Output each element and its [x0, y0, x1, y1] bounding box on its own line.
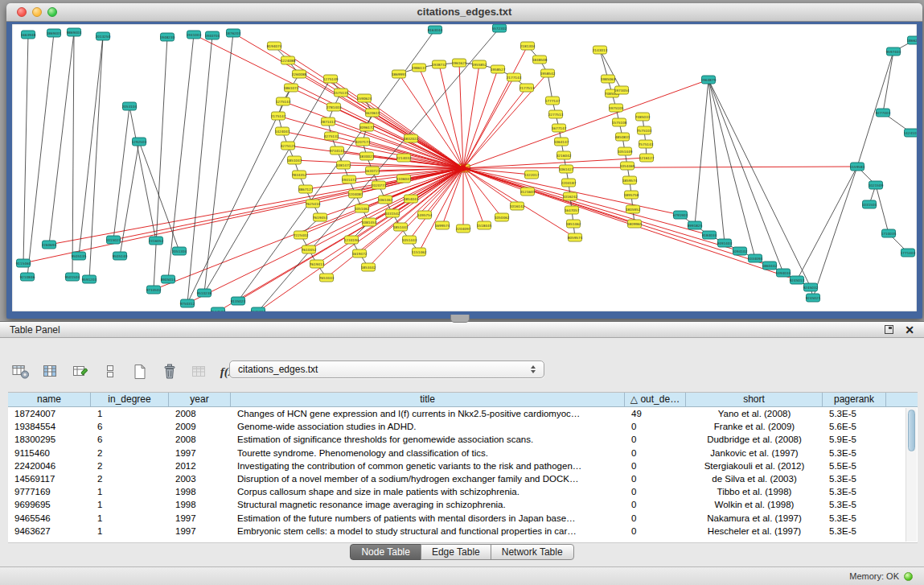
- table-row[interactable]: 1456911722003Disruption of a novel membe…: [8, 472, 918, 485]
- graph-node[interactable]: 9245012: [251, 307, 266, 311]
- graph-node[interactable]: 1647057: [565, 206, 580, 214]
- graph-node[interactable]: 1961625: [452, 59, 467, 67]
- graph-node[interactable]: 1955852: [472, 60, 487, 68]
- tab-node-table[interactable]: Node Table: [350, 544, 421, 560]
- graph-edge[interactable]: [113, 106, 129, 240]
- graph-node[interactable]: 1064147: [554, 138, 569, 146]
- graph-node[interactable]: 1094102: [733, 247, 748, 255]
- graph-node[interactable]: 1051449: [618, 147, 633, 155]
- graph-node[interactable]: 1699574: [435, 221, 450, 229]
- graph-node[interactable]: 1771403: [901, 249, 916, 257]
- graph-node[interactable]: 7485033: [635, 113, 651, 121]
- graph-edge-selected[interactable]: [309, 168, 463, 249]
- graph-node[interactable]: 9184034: [702, 231, 717, 239]
- graph-node[interactable]: 8905014: [161, 275, 176, 283]
- graph-node[interactable]: 7524503: [211, 307, 226, 311]
- table-vertical-scrollbar[interactable]: [906, 408, 917, 542]
- graph-edge[interactable]: [883, 51, 893, 113]
- graph-node[interactable]: 4275125: [281, 142, 296, 150]
- graph-node[interactable]: 1275143: [276, 97, 291, 105]
- graph-node[interactable]: 1985063: [601, 75, 616, 83]
- close-panel-icon[interactable]: ✕: [905, 323, 914, 337]
- graph-node[interactable]: 1424103: [904, 129, 917, 137]
- graph-edge-selected[interactable]: [233, 33, 463, 168]
- graph-node[interactable]: 9245032: [803, 283, 819, 291]
- graph-node[interactable]: 1495754: [417, 211, 433, 219]
- graph-node[interactable]: 9277403: [876, 109, 891, 117]
- graph-edge-selected[interactable]: [463, 168, 740, 251]
- table-row[interactable]: 946554611997Estimation of the future num…: [8, 512, 918, 525]
- graph-node[interactable]: 1630721: [365, 167, 380, 175]
- column-header-out_de[interactable]: △ out_de…: [625, 393, 686, 406]
- graph-node[interactable]: 2013250: [96, 32, 111, 40]
- graph-node[interactable]: 1848508: [532, 56, 548, 64]
- graph-node[interactable]: 1876203: [226, 29, 241, 37]
- graph-node[interactable]: 2053104: [122, 102, 138, 110]
- graph-node[interactable]: 1620615: [365, 109, 380, 117]
- graph-edge-selected[interactable]: [463, 88, 527, 168]
- graph-node[interactable]: 1948230: [160, 33, 175, 41]
- close-window-button[interactable]: [17, 7, 27, 17]
- graph-edge[interactable]: [79, 36, 103, 256]
- graph-node[interactable]: 2204187: [561, 179, 577, 187]
- graph-node[interactable]: 9597403: [886, 47, 901, 56]
- graph-node[interactable]: 2177513: [519, 84, 535, 92]
- graph-node[interactable]: 9505135: [72, 252, 87, 260]
- graph-node[interactable]: 2781403: [326, 103, 342, 111]
- zoom-window-button[interactable]: [47, 7, 57, 17]
- column-header-title[interactable]: title: [231, 393, 625, 406]
- show-columns-icon[interactable]: [41, 361, 60, 382]
- graph-node[interactable]: 1061467: [378, 196, 393, 204]
- graph-edge-selected[interactable]: [463, 167, 857, 168]
- graph-edge-selected[interactable]: [194, 35, 463, 168]
- graph-node[interactable]: 1021509: [869, 181, 884, 189]
- graph-node[interactable]: 9245013: [790, 276, 805, 284]
- graph-node[interactable]: 1853442: [361, 263, 376, 271]
- graph-node[interactable]: 1854043: [404, 195, 419, 203]
- column-header-year[interactable]: year: [169, 393, 231, 406]
- graph-node[interactable]: 1054469: [620, 162, 635, 170]
- graph-node[interactable]: 1830021: [359, 152, 375, 160]
- graph-edge[interactable]: [600, 50, 622, 90]
- graph-edge-selected[interactable]: [187, 168, 463, 303]
- graph-edge[interactable]: [49, 32, 74, 245]
- graph-edge-selected[interactable]: [463, 168, 484, 225]
- graph-node[interactable]: 1216127: [639, 154, 655, 162]
- graph-node[interactable]: 1869991: [392, 70, 407, 78]
- graph-node[interactable]: 1051462: [355, 204, 370, 212]
- minimize-window-button[interactable]: [32, 7, 42, 17]
- graph-node[interactable]: 1275149: [323, 75, 339, 83]
- graph-node[interactable]: 1975105: [609, 104, 624, 112]
- graph-node[interactable]: 1973454: [614, 86, 630, 94]
- graph-node[interactable]: 9245021: [806, 294, 821, 302]
- graph-node[interactable]: 3216042: [556, 151, 572, 159]
- graph-node[interactable]: 9505140: [113, 252, 128, 260]
- graph-edge[interactable]: [168, 35, 194, 279]
- new-table-icon[interactable]: [130, 361, 150, 382]
- graph-node[interactable]: 1866203: [907, 36, 917, 44]
- graph-node[interactable]: 9734143: [330, 146, 345, 154]
- column-header-short[interactable]: short: [686, 393, 823, 406]
- graph-node[interactable]: 1941472: [342, 175, 357, 183]
- graph-node[interactable]: 7575143: [639, 140, 654, 148]
- graph-edge-selected[interactable]: [463, 168, 709, 235]
- graph-node[interactable]: 1081472: [336, 161, 351, 169]
- table-row[interactable]: 911546021997Tourette syndrome. Phenomeno…: [8, 447, 918, 459]
- column-header-name[interactable]: name: [8, 393, 91, 406]
- tab-edge-table[interactable]: Edge Table: [421, 544, 491, 560]
- graph-node[interactable]: 2871413: [321, 117, 336, 126]
- graph-node[interactable]: 3096172: [359, 123, 375, 131]
- graph-node[interactable]: 1031504: [862, 200, 877, 208]
- graph-edge[interactable]: [154, 37, 167, 290]
- graph-node[interactable]: 1424047: [275, 127, 290, 135]
- graph-node[interactable]: 1851462: [566, 220, 581, 228]
- graph-node[interactable]: 8194074: [267, 42, 282, 50]
- graph-node[interactable]: 2260694: [42, 241, 57, 249]
- graph-node[interactable]: 2214032: [396, 154, 412, 162]
- graph-node[interactable]: 8135023: [231, 297, 246, 305]
- graph-node[interactable]: 2051304: [172, 247, 187, 255]
- graph-node[interactable]: 9734502: [146, 286, 162, 294]
- graph-node[interactable]: 1081453: [362, 218, 377, 226]
- graph-node[interactable]: 7610452: [302, 245, 317, 253]
- graph-node[interactable]: 2175147: [271, 112, 286, 120]
